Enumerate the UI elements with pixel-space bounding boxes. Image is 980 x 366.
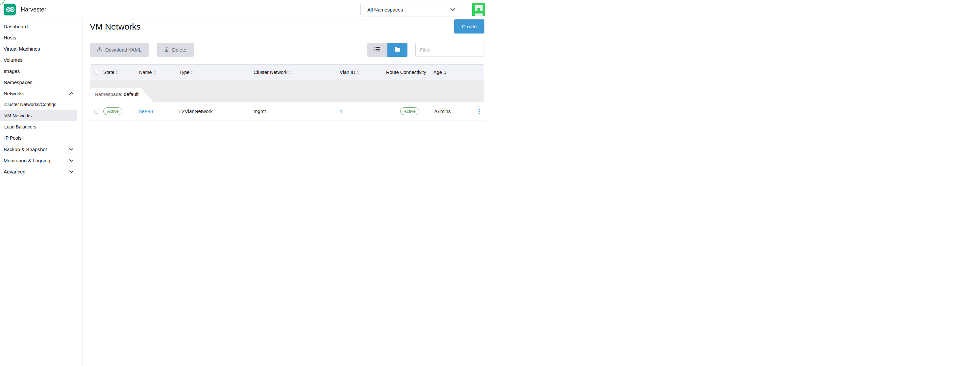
- column-label: Name: [139, 70, 152, 75]
- filter-input[interactable]: [415, 43, 484, 57]
- column-header-vlan-id[interactable]: Vlan ID: [340, 70, 386, 75]
- sidebar: Dashboard Hosts Virtual Machines Volumes…: [0, 19, 83, 183]
- namespace-selector[interactable]: All Namespaces: [360, 3, 461, 16]
- state-badge: Active: [103, 108, 123, 115]
- download-yaml-label: Download YAML: [105, 47, 142, 52]
- delete-label: Delete: [172, 47, 186, 52]
- column-label: Cluster Network: [253, 70, 288, 75]
- sidebar-item-label: Images: [4, 68, 20, 74]
- sidebar-item-volumes[interactable]: Volumes: [0, 54, 77, 65]
- column-label: Route Connectivity: [386, 70, 426, 75]
- sidebar-item-label: Virtual Machines: [4, 46, 40, 52]
- row-checkbox[interactable]: [94, 109, 99, 114]
- cluster-network-value: mgmt: [253, 108, 266, 114]
- app-title: Harvester: [21, 6, 46, 13]
- type-value: L2VlanNetwork: [179, 108, 213, 114]
- sort-arrows-icon: [357, 70, 360, 74]
- sidebar-item-label: Backup & Snapshot: [4, 147, 47, 152]
- download-yaml-button[interactable]: Download YAML: [90, 43, 149, 57]
- network-name-link[interactable]: net-48: [139, 108, 153, 114]
- delete-button[interactable]: Delete: [157, 43, 193, 57]
- sidebar-item-namespaces[interactable]: Namespaces: [0, 76, 77, 88]
- sidebar-item-label: Hosts: [4, 35, 16, 40]
- view-toggle: [368, 43, 407, 57]
- sidebar-item-cluster-networks-configs[interactable]: Cluster Networks/Configs: [0, 99, 77, 110]
- sidebar-item-vm-networks[interactable]: VM Networks: [0, 110, 77, 121]
- sidebar-item-monitoring-logging[interactable]: Monitoring & Logging: [0, 155, 77, 166]
- sort-arrows-icon: [289, 70, 292, 74]
- sidebar-item-label: Monitoring & Logging: [4, 158, 50, 163]
- column-label: Age: [433, 70, 442, 75]
- list-view-icon: [374, 47, 380, 53]
- column-label: Type: [179, 70, 189, 75]
- sidebar-item-label: Cluster Networks/Configs: [4, 102, 56, 107]
- sidebar-item-label: IP Pools: [4, 135, 21, 141]
- column-header-name[interactable]: Name: [139, 70, 179, 75]
- select-all-checkbox[interactable]: [94, 70, 99, 74]
- list-view-button[interactable]: [368, 43, 387, 57]
- chevron-down-icon: [69, 159, 75, 162]
- namespace-selector-value: All Namespaces: [368, 7, 403, 13]
- column-header-state[interactable]: State: [103, 70, 139, 75]
- avatar[interactable]: [472, 3, 485, 16]
- column-header-age[interactable]: Age: [433, 70, 474, 75]
- route-connectivity-badge: Active: [400, 108, 419, 115]
- sidebar-item-label: Dashboard: [4, 24, 28, 29]
- sidebar-item-load-balancers[interactable]: Load Balancers: [0, 121, 77, 132]
- age-value: 26 mins: [433, 108, 451, 114]
- table-row: Active net-48 L2VlanNetwork mgmt 1 Activ…: [90, 102, 484, 120]
- sort-arrows-icon: [191, 70, 194, 74]
- sidebar-item-backup-snapshot[interactable]: Backup & Snapshot: [0, 144, 77, 155]
- column-header-route-connectivity[interactable]: Route Connectivity: [386, 70, 433, 75]
- download-icon: [97, 47, 102, 53]
- grouped-view-button[interactable]: [387, 43, 407, 57]
- grouped-view-icon: [395, 47, 401, 53]
- create-button[interactable]: Create: [454, 19, 484, 33]
- page-title: VM Networks: [90, 21, 141, 32]
- sidebar-item-label: VM Networks: [4, 113, 32, 118]
- sidebar-item-label: Namespaces: [4, 79, 33, 85]
- sidebar-item-images[interactable]: Images: [0, 65, 77, 76]
- table-header-row: State Name Type: [90, 65, 484, 80]
- vm-networks-table: State Name Type: [90, 64, 484, 121]
- namespace-group-key: Namespace:: [95, 91, 123, 97]
- sidebar-item-label: Advanced: [4, 169, 25, 174]
- sidebar-item-advanced[interactable]: Advanced: [0, 166, 77, 177]
- column-header-cluster-network[interactable]: Cluster Network: [253, 70, 340, 75]
- chevron-down-icon: [69, 171, 75, 173]
- sidebar-item-dashboard[interactable]: Dashboard: [0, 21, 77, 32]
- kebab-menu-icon[interactable]: [477, 108, 481, 115]
- top-header: Harvester All Namespaces: [0, 0, 490, 19]
- chevron-down-icon: [69, 148, 75, 151]
- sidebar-item-ip-pools[interactable]: IP Pools: [0, 132, 77, 144]
- sort-arrows-icon: [116, 70, 119, 74]
- sidebar-item-label: Volumes: [4, 57, 23, 63]
- namespace-group-row: Namespace:default: [90, 80, 484, 102]
- sort-arrows-icon: [443, 70, 446, 74]
- column-header-type[interactable]: Type: [179, 70, 253, 75]
- trash-icon: [164, 47, 169, 53]
- column-label: State: [103, 70, 115, 75]
- namespace-group-label: Namespace:default: [95, 91, 138, 97]
- chevron-up-icon: [69, 92, 75, 95]
- sidebar-item-hosts[interactable]: Hosts: [0, 32, 77, 43]
- chevron-down-icon: [450, 8, 455, 11]
- vlan-id-value: 1: [340, 108, 342, 114]
- sidebar-item-networks[interactable]: Networks: [0, 88, 77, 99]
- column-label: Vlan ID: [340, 70, 355, 75]
- sidebar-item-virtual-machines[interactable]: Virtual Machines: [0, 43, 77, 54]
- namespace-group-value: default: [124, 91, 138, 97]
- sidebar-item-label: Networks: [4, 91, 24, 96]
- sidebar-item-label: Load Balancers: [4, 124, 36, 130]
- sort-arrows-icon: [153, 70, 156, 74]
- harvester-logo-icon[interactable]: [4, 4, 16, 16]
- toolbar: Download YAML Delete: [90, 43, 484, 57]
